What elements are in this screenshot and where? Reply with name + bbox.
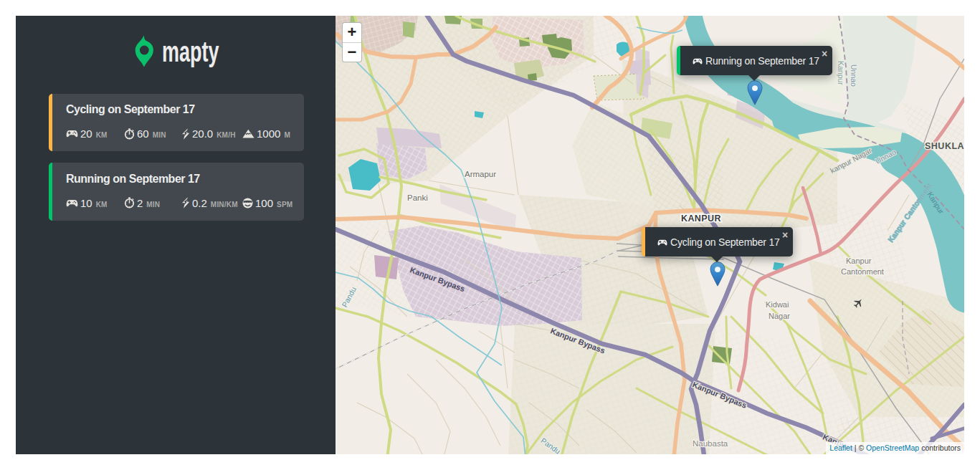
svg-text:Cantonment: Cantonment bbox=[841, 267, 884, 276]
svg-text:Unnao: Unnao bbox=[850, 64, 858, 87]
svg-text:Panki: Panki bbox=[407, 193, 428, 202]
svg-text:Armapur: Armapur bbox=[465, 170, 496, 178]
svg-text:Kanpur: Kanpur bbox=[846, 256, 872, 265]
svg-text:SHUKLAG: SHUKLAG bbox=[925, 141, 964, 151]
svg-text:KANPUR: KANPUR bbox=[681, 214, 721, 224]
svg-text:Nagar: Nagar bbox=[769, 312, 790, 320]
svg-text:Kanpur: Kanpur bbox=[837, 61, 845, 85]
svg-text:Naubasta: Naubasta bbox=[693, 439, 728, 448]
svg-text:Kidwai: Kidwai bbox=[766, 300, 789, 309]
svg-text:mapty: mapty bbox=[162, 37, 219, 68]
